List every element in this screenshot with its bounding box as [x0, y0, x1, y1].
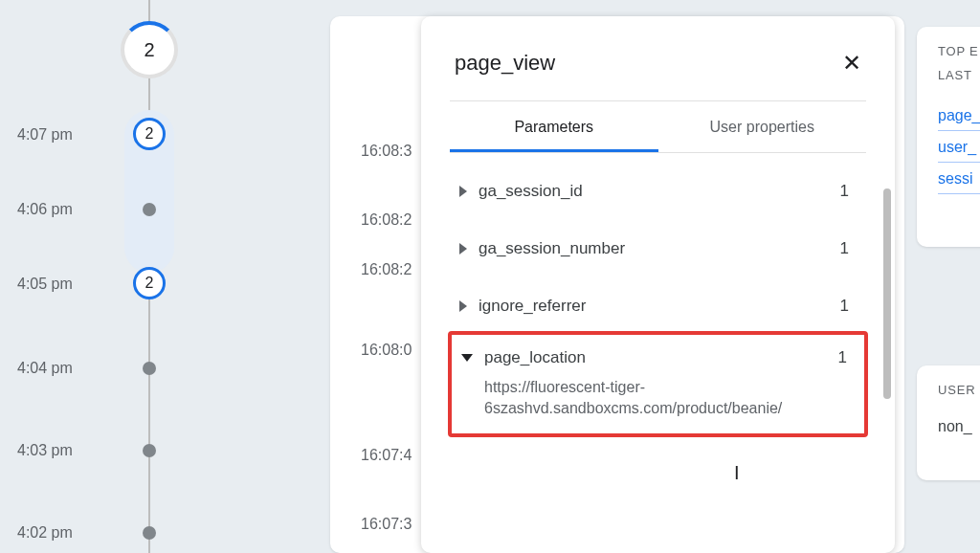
chevron-right-icon	[459, 243, 467, 254]
event-timestamp: 16:08:2	[361, 211, 412, 229]
chevron-right-icon	[459, 300, 467, 312]
chevron-right-icon	[459, 186, 467, 197]
parameter-row-expanded[interactable]: page_location 1	[452, 339, 864, 377]
parameter-count: 1	[840, 297, 849, 316]
chevron-down-icon	[461, 354, 473, 362]
timeline-time-label: 4:07 pm	[17, 126, 73, 144]
timeline-node-count: 2	[145, 125, 154, 143]
event-link[interactable]: user_	[938, 133, 980, 163]
card-subheading: LAST	[938, 68, 980, 82]
property-row: non_	[938, 412, 980, 441]
timeline-node-count: 2	[144, 39, 154, 61]
timeline-time-label: 4:03 pm	[17, 442, 73, 459]
scrollbar[interactable]	[883, 188, 891, 399]
event-detail-card: page_view ✕ Parameters User properties g…	[421, 16, 895, 553]
user-properties-card: USER non_	[917, 365, 980, 480]
parameter-row[interactable]: ga_session_id 1	[450, 163, 866, 220]
close-icon[interactable]: ✕	[842, 50, 861, 77]
timeline-time-label: 4:04 pm	[17, 360, 73, 377]
parameter-row[interactable]: ga_session_number 1	[450, 220, 866, 277]
event-detail-title: page_view	[455, 51, 555, 76]
parameter-count: 1	[840, 239, 849, 258]
parameter-value: https://fluorescent-tiger-6szashvd.sandb…	[452, 377, 864, 433]
card-heading: TOP E	[938, 44, 980, 58]
event-timestamp: 16:08:2	[361, 261, 412, 278]
parameter-count: 1	[840, 182, 849, 201]
timeline-time-label: 4:05 pm	[17, 276, 73, 293]
highlight-annotation: page_location 1 https://fluorescent-tige…	[448, 331, 868, 437]
timeline: 2 4:07 pm 2 4:06 pm 4:05 pm 2 4:04 pm 4:…	[0, 0, 268, 553]
timeline-node-dot[interactable]	[143, 362, 156, 375]
parameter-name: page_location	[484, 348, 838, 367]
top-events-card: TOP E LAST page_ user_ sessi	[917, 27, 980, 247]
event-link[interactable]: sessi	[938, 165, 980, 194]
event-timestamp: 16:07:3	[361, 516, 412, 533]
event-timestamp: 16:08:3	[361, 143, 412, 160]
parameter-count: 1	[838, 348, 847, 367]
event-timestamp: 16:07:4	[361, 447, 412, 464]
parameter-name: ga_session_id	[479, 182, 840, 201]
timeline-node-dot[interactable]	[143, 203, 156, 216]
tab-user-properties[interactable]: User properties	[658, 101, 867, 152]
tab-parameters[interactable]: Parameters	[450, 101, 658, 152]
parameter-name: ga_session_number	[479, 239, 840, 258]
timeline-node[interactable]: 2	[133, 118, 166, 150]
timeline-node-dot[interactable]	[143, 444, 156, 457]
parameter-list: ga_session_id 1 ga_session_number 1 igno…	[421, 153, 895, 437]
timeline-node-count: 2	[145, 275, 154, 292]
timeline-node[interactable]: 2	[133, 267, 166, 299]
event-timestamp: 16:08:0	[361, 342, 412, 359]
parameter-row[interactable]: ignore_referrer 1	[450, 277, 866, 335]
timeline-node-dot[interactable]	[143, 526, 156, 540]
timeline-time-label: 4:06 pm	[17, 201, 73, 218]
timeline-node-current[interactable]: 2	[121, 21, 178, 78]
parameter-name: ignore_referrer	[479, 297, 840, 316]
detail-tabs: Parameters User properties	[450, 101, 866, 153]
event-link[interactable]: page_	[938, 101, 980, 131]
card-heading: USER	[938, 383, 980, 397]
timeline-time-label: 4:02 pm	[17, 524, 73, 542]
